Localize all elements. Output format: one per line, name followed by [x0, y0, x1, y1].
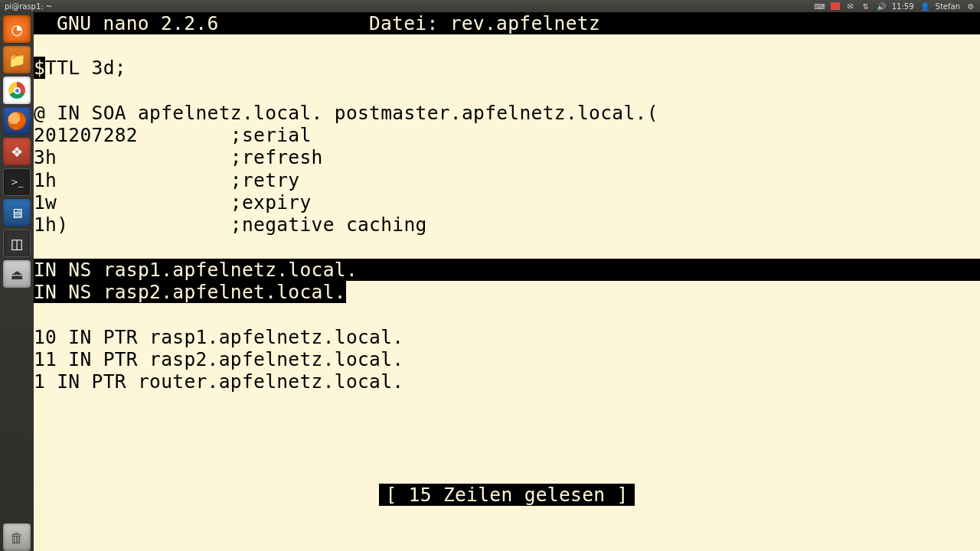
mail-icon[interactable]: ✉ — [846, 2, 855, 11]
workspace-switcher-icon[interactable]: ◫ — [3, 230, 31, 257]
clock[interactable]: 11:59 — [892, 2, 914, 11]
editor-line[interactable]: 1h ;retry — [34, 169, 980, 191]
editor-line[interactable]: 11 IN PTR rasp2.apfelnetz.local. — [34, 348, 980, 370]
editor-line[interactable]: @ IN SOA apfelnetz.local. postmaster.apf… — [34, 102, 980, 124]
user-name[interactable]: Stefan — [936, 2, 960, 11]
user-icon: 👤 — [920, 2, 929, 11]
sound-icon[interactable]: 🔊 — [877, 2, 886, 11]
editor-line[interactable] — [34, 416, 980, 438]
nano-status: [ 15 Zeilen gelesen ] — [34, 484, 980, 506]
trash-icon[interactable]: 🗑 — [3, 523, 31, 551]
network-icon[interactable]: ⇅ — [861, 2, 871, 11]
nano-editor-body[interactable]: $TTL 3d;@ IN SOA apfelnetz.local. postma… — [34, 34, 980, 438]
editor-line[interactable] — [34, 304, 980, 326]
editor-line[interactable]: IN NS rasp1.apfelnetz.local. — [34, 259, 980, 281]
editor-line[interactable]: 10 IN PTR rasp1.apfelnetz.local. — [34, 326, 980, 348]
editor-line[interactable] — [34, 393, 980, 416]
nano-help-bar: ^G Hilfe^O Speichern^R Datei öffne^Y Sei… — [34, 506, 980, 551]
nano-header: GNU nano 2.2.6 Datei: rev.apfelnetz — [34, 12, 980, 34]
update-icon[interactable] — [831, 2, 840, 11]
terminal-icon[interactable]: >_ — [3, 168, 31, 196]
nano-version: GNU nano 2.2.6 — [57, 12, 219, 34]
editor-line[interactable]: 1h) ;negative caching — [34, 214, 980, 236]
editor-line[interactable]: $TTL 3d; — [34, 57, 980, 79]
cursor: $ — [34, 57, 45, 79]
dash-icon[interactable]: ◔ — [3, 15, 31, 43]
files-icon[interactable]: 📁 — [3, 46, 31, 73]
remote-desktop-icon[interactable]: 🖥 — [3, 199, 31, 227]
editor-line[interactable] — [34, 34, 980, 57]
terminal-window[interactable]: GNU nano 2.2.6 Datei: rev.apfelnetz $TTL… — [34, 12, 980, 551]
firefox-icon[interactable] — [3, 107, 31, 135]
system-tray: ⌨ ✉ ⇅ 🔊 11:59 👤 Stefan ⚙ — [815, 2, 975, 11]
nano-filename: Datei: rev.apfelnetz — [369, 12, 600, 34]
editor-line[interactable]: IN NS rasp2.apfelnet.local. — [34, 281, 980, 303]
editor-line[interactable] — [34, 80, 980, 102]
window-title: pi@rasp1: ~ — [5, 2, 52, 11]
keyboard-icon[interactable]: ⌨ — [815, 2, 825, 11]
chrome-icon[interactable] — [3, 77, 31, 104]
drive-icon[interactable]: ⏏ — [3, 260, 31, 288]
editor-line[interactable]: 3h ;refresh — [34, 146, 980, 168]
editor-line[interactable] — [34, 236, 980, 259]
app-icon[interactable]: ❖ — [3, 138, 31, 165]
unity-launcher: ◔ 📁 ❖ >_ 🖥 ◫ ⏏ 🗑 — [0, 12, 34, 551]
editor-line[interactable]: 1 IN PTR router.apfelnetz.local. — [34, 370, 980, 393]
editor-line[interactable]: 201207282 ;serial — [34, 124, 980, 146]
editor-line[interactable]: 1w ;expiry — [34, 191, 980, 214]
gear-icon[interactable]: ⚙ — [966, 2, 975, 11]
top-panel: pi@rasp1: ~ ⌨ ✉ ⇅ 🔊 11:59 👤 Stefan ⚙ — [0, 0, 980, 12]
